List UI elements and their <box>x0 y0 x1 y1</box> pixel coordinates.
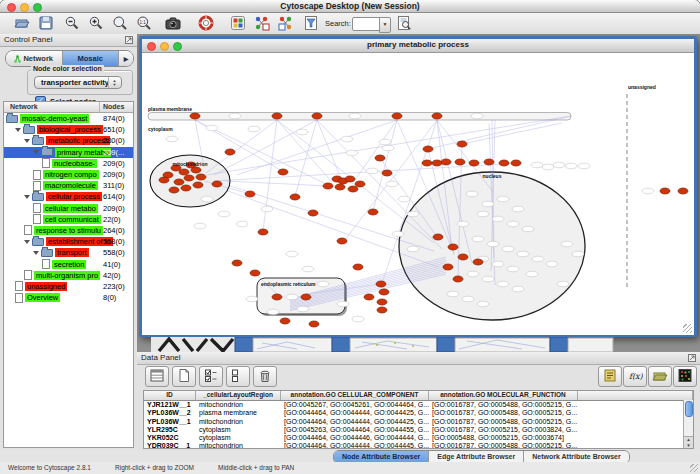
disclosure-triangle-icon[interactable] <box>24 240 30 244</box>
tree-row[interactable]: response to stimulu264(0) <box>4 225 133 236</box>
tree-row-label[interactable]: Overview <box>25 293 60 302</box>
table-cell[interactable]: cytoplasm <box>196 434 281 442</box>
table-cell[interactable]: YKR052C <box>144 434 196 442</box>
unselect-all-attributes-icon[interactable] <box>226 366 250 387</box>
search-dropdown-icon[interactable]: ▼ <box>379 17 391 33</box>
tree-row[interactable]: nitrogen compo209(0) <box>4 169 133 180</box>
window-resize-grip-icon[interactable] <box>690 464 698 472</box>
filter-icon[interactable] <box>301 14 321 32</box>
table-row[interactable]: YPL036W__1mitochondrion[GO:0044464, GO:0… <box>144 418 693 426</box>
table-cell[interactable]: YPL036W__2 <box>144 409 196 417</box>
column-header[interactable]: _cellularLayoutRegion <box>196 391 281 400</box>
tree-column-network[interactable]: Network <box>10 103 38 110</box>
table-cell[interactable]: [GO:0016787, GO:0005488, GO:0005215, G..… <box>429 418 578 426</box>
table-cell[interactable]: [GO:0016787, GO:0005488, GO:0005215, G..… <box>429 401 578 409</box>
disclosure-triangle-icon[interactable] <box>15 128 21 132</box>
label-icon[interactable] <box>598 366 622 387</box>
tree-row[interactable]: biological_process651(0) <box>4 124 133 135</box>
table-cell[interactable]: mitochondrion <box>196 418 281 426</box>
tree-row-label[interactable]: mosaic-demo-yeast <box>20 114 89 123</box>
table-cell[interactable]: [GO:0044464, GO:0044446, GO:0044444, G..… <box>281 434 429 442</box>
delete-attribute-icon[interactable] <box>253 366 277 387</box>
table-row[interactable]: YLR295Ccytoplasm[GO:0045263, GO:0044464,… <box>144 426 693 434</box>
new-attribute-icon[interactable] <box>172 366 196 387</box>
table-row[interactable]: YPL036W__2plasma membrane[GO:0044464, GO… <box>144 409 693 417</box>
tree-row[interactable]: establishment of lo558(0) <box>4 236 133 247</box>
table-cell[interactable]: [GO:0044464, GO:0044444, GO:0044425, G..… <box>281 409 429 417</box>
tree-column-nodes[interactable]: Nodes <box>103 103 124 110</box>
tree-row[interactable]: multi-organism pro42(0) <box>4 270 133 281</box>
table-cell[interactable]: [GO:0044464, GO:0044444, GO:0044445, G..… <box>281 442 429 449</box>
float-panel-icon[interactable] <box>125 36 133 44</box>
formula-icon[interactable]: f(x) <box>623 366 647 387</box>
network-graph[interactable]: plasma membranecytoplasmmitochondrionnuc… <box>142 53 694 335</box>
table-row[interactable]: YDR039C__1mitochondrion[GO:0044464, GO:0… <box>144 442 693 449</box>
network-overlay-a-icon[interactable] <box>252 14 272 32</box>
table-cell[interactable]: [GO:0016787, GO:0005488, GO:0005215, G..… <box>429 409 578 417</box>
column-header[interactable]: annotation.GO MOLECULAR_FUNCTION <box>429 391 578 400</box>
table-cell[interactable]: [GO:0016787, GO:0005215, GO:0003824, G..… <box>429 426 578 434</box>
table-cell[interactable]: YDR039C__1 <box>144 442 196 449</box>
disclosure-triangle-icon[interactable] <box>24 195 30 199</box>
matrix-icon[interactable] <box>673 366 697 387</box>
table-row[interactable]: YKR052Ccytoplasm[GO:0044464, GO:0044446,… <box>144 434 693 442</box>
tree-row-label[interactable]: metabolic process <box>46 136 110 145</box>
attribute-select-icon[interactable] <box>145 366 169 387</box>
node-color-dropdown[interactable]: transporter activity ▲▼ <box>34 76 122 89</box>
zoom-fit-icon[interactable]: 1:1 <box>134 14 154 32</box>
tree-row-label[interactable]: cellular process <box>46 192 102 201</box>
tree-row-label[interactable]: multi-organism pro <box>34 271 100 280</box>
table-cell[interactable]: YPL036W__1 <box>144 418 196 426</box>
zoom-in-icon[interactable] <box>86 14 106 32</box>
zoom-selected-icon[interactable] <box>110 14 130 32</box>
tree-row-label[interactable]: secretion <box>52 260 86 269</box>
tree-row[interactable]: cell communicat22(0) <box>4 214 133 225</box>
float-data-panel-icon[interactable] <box>688 354 696 362</box>
table-cell[interactable]: [GO:0045263, GO:0044464, GO:0044455, G..… <box>281 426 429 434</box>
scrollbar-thumb[interactable] <box>685 401 693 417</box>
tree-row[interactable]: transport558(0) <box>4 247 133 258</box>
import-icon[interactable] <box>648 366 672 387</box>
table-cell[interactable]: [GO:0016787, GO:0005488, GO:0005215, G..… <box>429 442 578 449</box>
tree-row[interactable]: cellular metabo209(0) <box>4 203 133 214</box>
tree-row-label[interactable]: nucleobase- <box>52 159 97 168</box>
tree-row-label[interactable]: biological_process <box>37 125 103 134</box>
tree-row-label[interactable]: unassigned <box>25 282 67 291</box>
column-header[interactable]: ID <box>144 391 196 400</box>
tree-row[interactable]: nucleobase-209(0) <box>4 158 133 169</box>
open-icon[interactable] <box>12 14 32 32</box>
table-cell[interactable]: mitochondrion <box>196 442 281 449</box>
tree-row[interactable]: unassigned223(0) <box>4 281 133 292</box>
tab-overflow-arrow-icon[interactable]: ▶ <box>119 51 133 66</box>
network-view-titlebar[interactable]: primary metabolic process <box>142 39 694 53</box>
network-view-window[interactable]: primary metabolic process plasma membran… <box>139 36 697 337</box>
table-cell[interactable]: cytoplasm <box>196 426 281 434</box>
table-scrollbar[interactable]: ▲▼ <box>683 400 693 449</box>
resize-grip-icon[interactable] <box>683 324 692 333</box>
tab-network[interactable]: Network <box>6 51 63 66</box>
column-header[interactable]: annotation.GO CELLULAR_COMPONENT <box>281 391 429 400</box>
window-titlebar[interactable]: Cytoscape Desktop (New Session) <box>0 0 700 13</box>
tree-row-label[interactable]: transport <box>55 248 89 257</box>
tree-row[interactable]: macromolecule311(0) <box>4 180 133 191</box>
tree-row[interactable]: mosaic-demo-yeast874(0) <box>4 113 133 124</box>
network-overlay-b-icon[interactable] <box>276 14 296 32</box>
table-cell[interactable]: [GO:0045267, GO:0045261, GO:0044464, G..… <box>281 401 429 409</box>
scrollbar-arrows-icon[interactable]: ▲▼ <box>684 436 693 449</box>
tree-row[interactable]: metabolic process280(0) <box>4 135 133 146</box>
tree-row-label[interactable]: response to stimulu <box>34 226 103 235</box>
tree-row[interactable]: secretion41(0) <box>4 258 133 269</box>
select-all-attributes-icon[interactable] <box>199 366 223 387</box>
tab-mosaic[interactable]: Mosaic <box>63 51 120 66</box>
search-input[interactable] <box>352 17 380 31</box>
tree-row-label[interactable]: nitrogen compo <box>43 170 99 179</box>
vizmapper-icon[interactable] <box>228 14 248 32</box>
disclosure-triangle-icon[interactable] <box>33 251 39 255</box>
table-cell[interactable]: YLR295C <box>144 426 196 434</box>
tree-row[interactable]: cellular process614(0) <box>4 191 133 202</box>
network-canvas[interactable]: plasma membranecytoplasmmitochondrionnuc… <box>142 53 694 335</box>
tree-row[interactable]: Overview8(0) <box>4 292 133 303</box>
disclosure-triangle-icon[interactable] <box>24 139 30 143</box>
table-cell[interactable]: [GO:0005488, GO:0005215, GO:0003674] <box>429 434 578 442</box>
background-windows-strip[interactable] <box>137 337 700 352</box>
